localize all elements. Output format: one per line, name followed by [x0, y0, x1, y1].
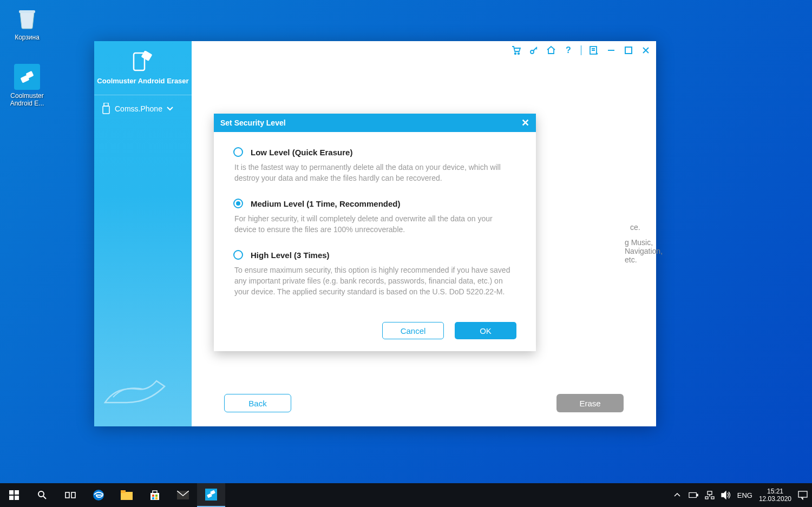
app-title: Coolmuster Android Eraser [94, 77, 192, 85]
file-explorer[interactable] [113, 483, 141, 507]
start-button[interactable] [0, 483, 28, 507]
close-button[interactable] [641, 45, 651, 55]
minimize-button[interactable] [606, 45, 616, 55]
cart-icon[interactable] [512, 45, 521, 55]
radio-high-level[interactable]: High Level (3 Times) [233, 250, 516, 260]
language-indicator[interactable]: ENG [737, 491, 752, 499]
feedback-icon[interactable] [589, 45, 599, 55]
volume-icon[interactable] [721, 490, 731, 500]
tray-chevron-icon[interactable] [672, 490, 682, 500]
svg-rect-20 [71, 492, 75, 498]
svg-rect-0 [19, 10, 35, 13]
svg-rect-24 [150, 493, 159, 500]
option-title: Low Level (Quick Erasure) [251, 148, 352, 157]
microsoft-store[interactable] [141, 483, 169, 507]
svg-point-7 [515, 53, 516, 55]
svg-rect-27 [155, 495, 158, 497]
desktop-icon-label: Корзина [5, 34, 49, 41]
option-description: It is the fastest way to permanently del… [233, 162, 516, 183]
taskbar-clock[interactable]: 15:21 12.03.2020 [759, 488, 791, 503]
svg-rect-12 [625, 47, 632, 54]
svg-rect-29 [155, 497, 158, 499]
svg-line-18 [43, 496, 46, 499]
background-text-fragment: g Music, Navigation, etc. [625, 238, 663, 264]
radio-icon [233, 147, 243, 157]
svg-rect-6 [103, 106, 109, 114]
svg-rect-26 [152, 495, 154, 497]
option-medium-level: Medium Level (1 Time, Recommended) For h… [233, 199, 516, 235]
sidebar-decoration [94, 359, 192, 421]
security-level-dialog: Set Security Level ✕ Low Level (Quick Er… [214, 114, 536, 351]
clock-date: 12.03.2020 [759, 495, 791, 503]
option-title: High Level (3 Times) [251, 251, 330, 260]
help-icon[interactable]: ? [564, 45, 573, 55]
svg-rect-22 [121, 492, 133, 500]
footer-bar: Back Erase [192, 394, 656, 412]
home-icon[interactable] [546, 45, 556, 55]
svg-rect-40 [798, 491, 807, 497]
radio-low-level[interactable]: Low Level (Quick Erasure) [233, 147, 516, 157]
svg-rect-23 [121, 490, 126, 493]
search-button[interactable] [28, 483, 56, 507]
taskbar: ENG 15:21 12.03.2020 [0, 483, 812, 507]
radio-medium-level[interactable]: Medium Level (1 Time, Recommended) [233, 199, 516, 208]
chevron-down-icon [167, 107, 173, 111]
battery-icon[interactable] [689, 490, 698, 500]
svg-rect-25 [153, 491, 157, 493]
dialog-header: Set Security Level ✕ [214, 114, 536, 132]
svg-point-8 [518, 53, 520, 55]
option-low-level: Low Level (Quick Erasure) It is the fast… [233, 147, 516, 183]
svg-rect-19 [66, 492, 69, 498]
option-title: Medium Level (1 Time, Recommended) [251, 199, 400, 208]
sidebar-logo: Coolmuster Android Eraser [94, 41, 192, 88]
svg-rect-13 [9, 490, 14, 495]
radio-icon [233, 199, 243, 208]
mail-app[interactable] [169, 483, 197, 507]
edge-browser[interactable] [84, 483, 113, 507]
svg-rect-35 [697, 494, 698, 496]
cancel-button[interactable]: Cancel [382, 322, 444, 339]
sidebar-device-selector[interactable]: Comss.Phone [94, 95, 192, 122]
svg-rect-36 [708, 491, 712, 495]
svg-rect-28 [152, 497, 154, 499]
taskbar-right: ENG 15:21 12.03.2020 [672, 488, 812, 503]
option-description: To ensure maximum security, this option … [233, 265, 516, 297]
svg-rect-16 [15, 496, 19, 500]
app-logo-icon [130, 51, 155, 73]
ok-button[interactable]: OK [455, 322, 516, 339]
maximize-button[interactable] [624, 45, 633, 55]
svg-rect-34 [689, 493, 697, 498]
dialog-body: Low Level (Quick Erasure) It is the fast… [214, 132, 536, 351]
device-name: Comss.Phone [115, 104, 162, 113]
titlebar-separator [581, 45, 581, 55]
coolmuster-app-taskbar[interactable] [197, 483, 225, 507]
svg-rect-39 [711, 497, 714, 499]
option-high-level: High Level (3 Times) To ensure maximum s… [233, 250, 516, 297]
key-icon[interactable] [529, 45, 539, 55]
sidebar: Coolmuster Android Eraser Comss.Phone [94, 41, 192, 426]
action-center-icon[interactable] [798, 490, 808, 500]
svg-rect-15 [9, 496, 14, 500]
recycle-bin-icon [14, 5, 40, 31]
desktop-app-shortcut[interactable]: Coolmuster Android E... [5, 64, 49, 107]
svg-rect-14 [15, 490, 19, 495]
background-text-fragment: ce. [630, 223, 640, 232]
clock-time: 15:21 [759, 488, 791, 495]
svg-rect-5 [104, 103, 108, 106]
usb-icon [102, 103, 110, 115]
svg-point-17 [38, 491, 44, 497]
taskbar-left [0, 483, 225, 507]
back-button[interactable]: Back [224, 394, 291, 412]
erase-button[interactable]: Erase [556, 394, 624, 412]
task-view-button[interactable] [56, 483, 84, 507]
desktop-recycle-bin[interactable]: Корзина [5, 5, 49, 41]
dialog-actions: Cancel OK [233, 312, 516, 339]
option-description: For higher security, it will completely … [233, 214, 516, 235]
dialog-title: Set Security Level [220, 118, 286, 127]
radio-icon [233, 250, 243, 260]
dialog-close-button[interactable]: ✕ [521, 117, 529, 129]
eraser-app-icon [14, 64, 40, 90]
network-icon[interactable] [705, 490, 715, 500]
titlebar: ? [512, 45, 651, 55]
desktop-icon-label: Coolmuster Android E... [5, 92, 49, 107]
